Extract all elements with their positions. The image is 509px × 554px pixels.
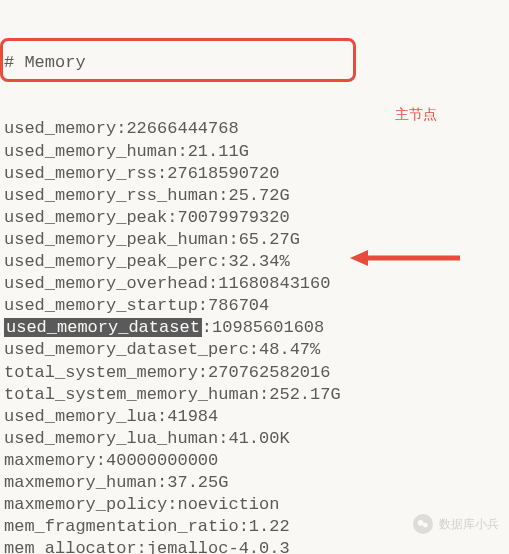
- info-line: maxmemory_human:37.25G: [4, 472, 505, 494]
- info-line: mem_allocator:jemalloc-4.0.3: [4, 538, 505, 554]
- info-line: maxmemory:40000000000: [4, 450, 505, 472]
- terminal-output: # Memory used_memory:22666444768used_mem…: [0, 0, 509, 554]
- info-line: used_memory_rss:27618590720: [4, 163, 505, 185]
- watermark: 数据库小兵: [413, 514, 499, 534]
- annotation-master-node: 主节点: [395, 106, 437, 124]
- info-line: used_memory_overhead:11680843160: [4, 273, 505, 295]
- info-line: used_memory_rss_human:25.72G: [4, 185, 505, 207]
- info-line: used_memory_dataset:10985601608: [4, 317, 505, 339]
- svg-point-2: [418, 520, 424, 526]
- info-line: used_memory_dataset_perc:48.47%: [4, 339, 505, 361]
- svg-point-3: [423, 523, 428, 528]
- section-header: # Memory: [4, 52, 505, 74]
- watermark-text: 数据库小兵: [439, 516, 499, 533]
- info-line: used_memory_lua_human:41.00K: [4, 428, 505, 450]
- info-line: used_memory_peak:70079979320: [4, 207, 505, 229]
- info-line: used_memory_peak_perc:32.34%: [4, 251, 505, 273]
- info-line: used_memory_startup:786704: [4, 295, 505, 317]
- info-line: used_memory_human:21.11G: [4, 141, 505, 163]
- info-line: total_system_memory:270762582016: [4, 362, 505, 384]
- info-line: used_memory_peak_human:65.27G: [4, 229, 505, 251]
- info-line: used_memory_lua:41984: [4, 406, 505, 428]
- highlighted-key: used_memory_dataset: [4, 318, 202, 337]
- wechat-icon: [413, 514, 433, 534]
- info-line: total_system_memory_human:252.17G: [4, 384, 505, 406]
- info-line: maxmemory_policy:noeviction: [4, 494, 505, 516]
